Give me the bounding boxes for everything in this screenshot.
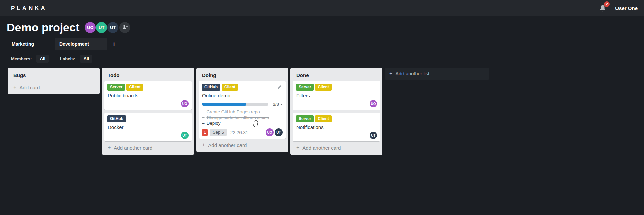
task-item: – Deploy xyxy=(202,121,283,126)
card-members: UO xyxy=(296,100,377,108)
add-card-button[interactable]: + Add another card xyxy=(293,141,380,153)
progress-count: 2/3 xyxy=(273,102,279,107)
avatar: UO xyxy=(181,100,189,108)
card-filters[interactable]: Server Client Filters UO xyxy=(293,81,380,110)
board: Bugs + Add card Todo Server Client Publi… xyxy=(0,63,644,155)
task-text: Change code for offline version xyxy=(207,115,269,120)
list-doing: Doing GitHub Client Online demo xyxy=(196,68,288,152)
label-github: GitHub xyxy=(202,84,220,91)
label-server: Server xyxy=(296,115,314,122)
list-todo: Todo Server Client Public boards UO GitH… xyxy=(102,68,194,155)
members-filter-value[interactable]: All xyxy=(36,55,49,63)
card-title: Filters xyxy=(296,93,377,99)
list-title[interactable]: Doing xyxy=(199,69,286,81)
add-list-label: Add another list xyxy=(395,71,429,76)
members-filter-label: Members: xyxy=(11,56,32,61)
labels-filter-value[interactable]: All xyxy=(80,55,93,63)
dash-icon: – xyxy=(202,109,205,115)
label-server: Server xyxy=(296,84,314,91)
plus-icon: + xyxy=(296,145,299,151)
pencil-icon xyxy=(277,85,282,90)
top-bar: PLANKA 2 User One xyxy=(0,0,644,16)
tab-marketing[interactable]: Marketing xyxy=(8,38,55,50)
plus-icon: + xyxy=(13,84,16,90)
list-done: Done Server Client Filters UO Server Cli… xyxy=(290,68,382,155)
list-title[interactable]: Bugs xyxy=(10,69,97,81)
progress-fill xyxy=(202,103,246,106)
avatar: UT xyxy=(275,128,283,136)
add-board-button[interactable]: + xyxy=(107,38,121,50)
person-add-icon xyxy=(122,24,128,31)
card-docker[interactable]: GitHub Docker UT xyxy=(104,113,192,141)
label-server: Server xyxy=(107,84,125,91)
labels-filter-label: Labels: xyxy=(60,56,75,61)
card-title: Notifications xyxy=(296,124,377,130)
project-members: UO UT UT xyxy=(85,22,130,33)
card-members: UT xyxy=(296,132,377,139)
dash-icon: – xyxy=(202,115,205,120)
plus-icon: + xyxy=(389,71,392,77)
card-title: Public boards xyxy=(108,93,189,99)
card-labels: GitHub Client xyxy=(202,84,283,91)
avatar: UO xyxy=(266,128,274,136)
user-menu[interactable]: User One xyxy=(615,5,638,11)
card-notification-badge: 1 xyxy=(202,129,208,136)
avatar[interactable]: UO xyxy=(85,22,96,33)
list-title[interactable]: Done xyxy=(293,69,380,81)
task-item: – Create GitHub Pages repo xyxy=(202,109,283,115)
due-date-badge: Sep 5 xyxy=(210,129,227,136)
add-card-button[interactable]: + Add card xyxy=(10,81,97,92)
topbar-right: 2 User One xyxy=(599,4,638,12)
avatar: UO xyxy=(370,100,377,108)
card-members: UO UT xyxy=(266,128,283,136)
avatar[interactable]: UT xyxy=(96,22,107,33)
app-logo[interactable]: PLANKA xyxy=(11,5,47,12)
add-member-button[interactable] xyxy=(119,22,130,33)
tasks-progress-toggle[interactable]: 2/3 ▾ xyxy=(202,102,282,107)
tab-development[interactable]: Development xyxy=(55,38,107,50)
card-labels: Server Client xyxy=(296,84,377,91)
label-client: Client xyxy=(315,84,331,91)
notification-badge: 2 xyxy=(604,1,610,7)
label-github: GitHub xyxy=(107,115,126,122)
board-filters: Members: All Labels: All xyxy=(11,55,644,63)
avatar[interactable]: UT xyxy=(107,22,118,33)
avatar: UT xyxy=(181,132,189,139)
card-title: Docker xyxy=(108,124,189,130)
card-labels: GitHub xyxy=(107,115,189,122)
card-labels: Server Client xyxy=(107,84,189,91)
add-card-label: Add another card xyxy=(302,145,341,151)
notifications-button[interactable]: 2 xyxy=(599,4,606,12)
stopwatch-value: 22:26:31 xyxy=(230,130,248,135)
dash-icon: – xyxy=(202,121,205,126)
list-bugs: Bugs + Add card xyxy=(8,68,100,94)
card-labels: Server Client xyxy=(296,115,377,122)
chevron-down-icon: ▾ xyxy=(281,102,282,106)
avatar: UT xyxy=(370,132,377,139)
task-list: – Create GitHub Pages repo – Change code… xyxy=(202,109,283,126)
add-card-button[interactable]: + Add another card xyxy=(199,139,286,150)
task-item: – Change code for offline version xyxy=(202,115,283,121)
list-title[interactable]: Todo xyxy=(104,69,192,81)
plus-icon: + xyxy=(202,142,205,148)
plus-icon: + xyxy=(112,40,116,48)
task-text: Deploy xyxy=(207,121,221,126)
label-client: Client xyxy=(222,84,238,91)
add-list-button[interactable]: + Add another list xyxy=(385,68,489,80)
card-members: UO xyxy=(107,100,189,108)
add-card-label: Add another card xyxy=(208,142,247,148)
card-title: Online demo xyxy=(202,93,283,99)
card-public-boards[interactable]: Server Client Public boards UO xyxy=(104,81,192,110)
card-online-demo[interactable]: GitHub Client Online demo 2/3 ▾ – Create… xyxy=(199,81,286,139)
label-client: Client xyxy=(126,84,143,91)
edit-card-button[interactable] xyxy=(277,85,282,91)
add-card-button[interactable]: + Add another card xyxy=(104,141,192,153)
card-members: UT xyxy=(107,132,189,139)
board-tabs-bar: Marketing Development + xyxy=(8,38,636,50)
project-header: Demo project UO UT UT xyxy=(0,16,644,34)
add-card-label: Add card xyxy=(19,85,40,90)
task-text: Create GitHub Pages repo xyxy=(207,109,260,115)
card-notifications[interactable]: Server Client Notifications UT xyxy=(293,113,380,141)
project-title[interactable]: Demo project xyxy=(7,20,79,34)
progress-bar xyxy=(202,103,268,106)
